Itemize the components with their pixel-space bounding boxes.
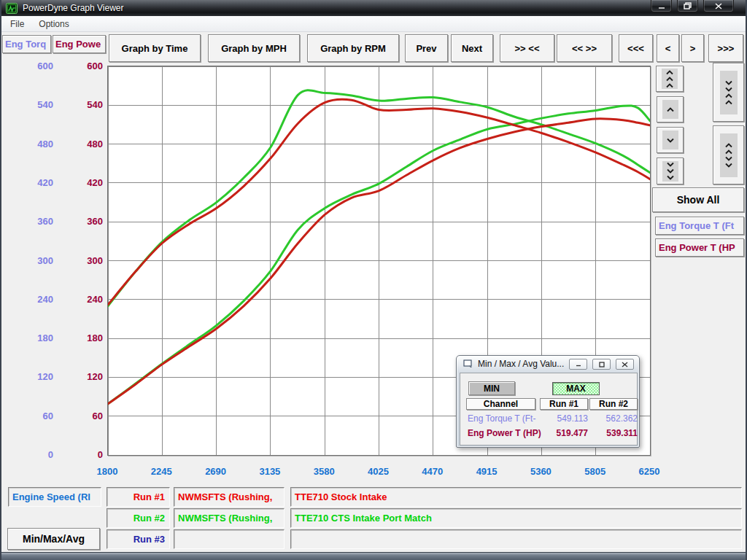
chevron-up-icon xyxy=(666,107,675,112)
run2-name-field[interactable]: NWMSFTS (Rushing, xyxy=(174,508,285,528)
y-tick-label: 60 xyxy=(15,411,53,421)
channel-column-header[interactable]: Channel xyxy=(466,398,535,410)
x-channel-button[interactable]: Engine Speed (RI xyxy=(8,487,101,507)
x-tick-label: 4470 xyxy=(422,466,443,477)
next-button[interactable]: Next xyxy=(451,34,493,62)
y-tick-label: 540 xyxy=(15,100,53,110)
minmax-torque-run1-value: 549.113 xyxy=(537,413,588,424)
run3-selector[interactable]: Run #3 xyxy=(107,529,170,549)
y-tick-label: 600 xyxy=(64,61,103,71)
minmax-minimize-button[interactable] xyxy=(569,359,587,370)
pan-left-button[interactable]: < xyxy=(657,34,679,62)
chevron-down-icon xyxy=(666,138,675,143)
prev-button[interactable]: Prev xyxy=(405,34,448,62)
run1-name-field[interactable]: NWMSFTS (Rushing, xyxy=(174,487,285,507)
power-channel-button[interactable]: Eng Powe xyxy=(53,35,106,53)
graph-by-rpm-button[interactable]: Graph by RPM xyxy=(307,34,399,62)
x-tick-label: 3580 xyxy=(314,466,335,477)
scale-bottom-button[interactable] xyxy=(657,158,684,184)
max-toggle-button[interactable]: MAX xyxy=(552,382,600,395)
pan-left-fast-button[interactable]: <<< xyxy=(619,34,653,62)
range-compress-icon xyxy=(720,71,738,114)
scale-top-button[interactable] xyxy=(656,66,684,92)
graph-by-time-button[interactable]: Graph by Time xyxy=(109,34,201,62)
y-tick-label: 540 xyxy=(64,100,103,110)
run2-column-header[interactable]: Run #2 xyxy=(589,398,638,410)
chevron-up-triple-icon xyxy=(665,70,674,75)
x-tick-label: 5360 xyxy=(530,466,551,477)
minimize-icon xyxy=(658,3,665,9)
run3-name-field[interactable] xyxy=(174,529,285,549)
y-tick-label: 120 xyxy=(15,372,53,382)
y-tick-label: 0 xyxy=(15,450,53,460)
range-expand-button[interactable] xyxy=(713,125,744,184)
minmax-row-power-channel: Eng Power T (HP) xyxy=(468,428,541,438)
x-tick-label: 2690 xyxy=(205,466,226,477)
menu-options[interactable]: Options xyxy=(33,18,74,31)
window-bottom-frame xyxy=(1,552,746,560)
minmax-window[interactable]: Min / Max / Avg Valu... MIN MAX Channel … xyxy=(456,355,640,448)
x-tick-label: 4025 xyxy=(368,466,389,477)
restore-icon xyxy=(684,2,692,9)
zoom-in-x-button[interactable]: >> << xyxy=(500,34,554,62)
y-tick-label: 480 xyxy=(15,139,53,149)
minmax-window-icon xyxy=(463,359,473,368)
run2-desc-field[interactable]: TTE710 CTS Intake Port Match xyxy=(290,508,742,528)
minmax-avg-button[interactable]: Min/Max/Avg xyxy=(7,528,100,550)
minmax-window-title: Min / Max / Avg Valu... xyxy=(478,359,564,369)
range-compress-button[interactable] xyxy=(713,63,744,122)
app-window: PowerDyne Graph Viewer File Options Eng … xyxy=(0,0,747,560)
torque-series-tag[interactable]: Eng Torque T (Ft xyxy=(655,217,744,235)
power-axis-ticks: 600540480420360300240180120600 xyxy=(64,66,103,456)
minmax-close-icon xyxy=(622,362,628,368)
x-tick-label: 3135 xyxy=(259,466,280,477)
y-tick-label: 360 xyxy=(15,217,53,227)
torque-channel-button[interactable]: Eng Torq xyxy=(2,35,51,53)
y-tick-label: 180 xyxy=(15,333,53,343)
y-tick-label: 600 xyxy=(15,61,53,71)
minmax-power-run1-value: 519.477 xyxy=(537,428,588,438)
menu-bar: File Options xyxy=(1,16,746,32)
minimize-button[interactable] xyxy=(651,0,672,12)
chevron-down-triple-icon xyxy=(666,162,675,167)
x-tick-label: 1800 xyxy=(97,466,118,477)
menu-file[interactable]: File xyxy=(4,18,30,31)
x-tick-label: 2245 xyxy=(151,466,172,477)
y-tick-label: 0 xyxy=(64,450,103,460)
y-tick-label: 420 xyxy=(15,178,53,188)
pan-right-fast-button[interactable]: >>> xyxy=(708,34,743,62)
minmax-window-titlebar[interactable]: Min / Max / Avg Valu... xyxy=(457,356,639,372)
minmax-maximize-icon xyxy=(599,362,605,368)
show-all-button[interactable]: Show All xyxy=(652,187,744,212)
power-series-tag[interactable]: Eng Power T (HP xyxy=(655,238,744,257)
y-tick-label: 240 xyxy=(64,295,103,305)
y-tick-label: 300 xyxy=(64,256,103,266)
zoom-out-x-button[interactable]: << >> xyxy=(557,34,612,62)
minmax-minimize-icon xyxy=(576,362,581,367)
run2-selector[interactable]: Run #2 xyxy=(107,508,170,528)
range-expand-icon xyxy=(720,133,738,177)
scale-up-button[interactable] xyxy=(657,96,684,122)
y-tick-label: 300 xyxy=(15,256,53,266)
scale-down-button[interactable] xyxy=(657,127,684,153)
pan-right-button[interactable]: > xyxy=(681,34,704,62)
minmax-maximize-button[interactable] xyxy=(592,359,611,370)
graph-by-mph-button[interactable]: Graph by MPH xyxy=(208,34,300,62)
y-tick-label: 60 xyxy=(64,411,103,421)
y-tick-label: 420 xyxy=(64,178,103,188)
minmax-power-run2-value: 539.311 xyxy=(587,428,638,438)
minmax-close-button[interactable] xyxy=(616,359,634,370)
run3-desc-field[interactable] xyxy=(290,529,742,549)
minmax-row-torque-channel: Eng Torque T (Ft- xyxy=(468,413,535,424)
min-toggle-button[interactable]: MIN xyxy=(468,381,515,395)
torque-axis-ticks: 600540480420360300240180120600 xyxy=(15,66,53,456)
x-tick-label: 5805 xyxy=(584,466,605,477)
minmax-torque-run2-value: 562.362 xyxy=(587,413,638,424)
close-button[interactable] xyxy=(703,0,734,12)
run1-selector[interactable]: Run #1 xyxy=(107,487,170,507)
title-bar: PowerDyne Graph Viewer xyxy=(1,0,746,16)
restore-button[interactable] xyxy=(677,0,698,12)
close-icon xyxy=(715,3,722,9)
run1-desc-field[interactable]: TTE710 Stock Intake xyxy=(290,487,742,507)
run1-column-header[interactable]: Run #1 xyxy=(540,398,588,410)
